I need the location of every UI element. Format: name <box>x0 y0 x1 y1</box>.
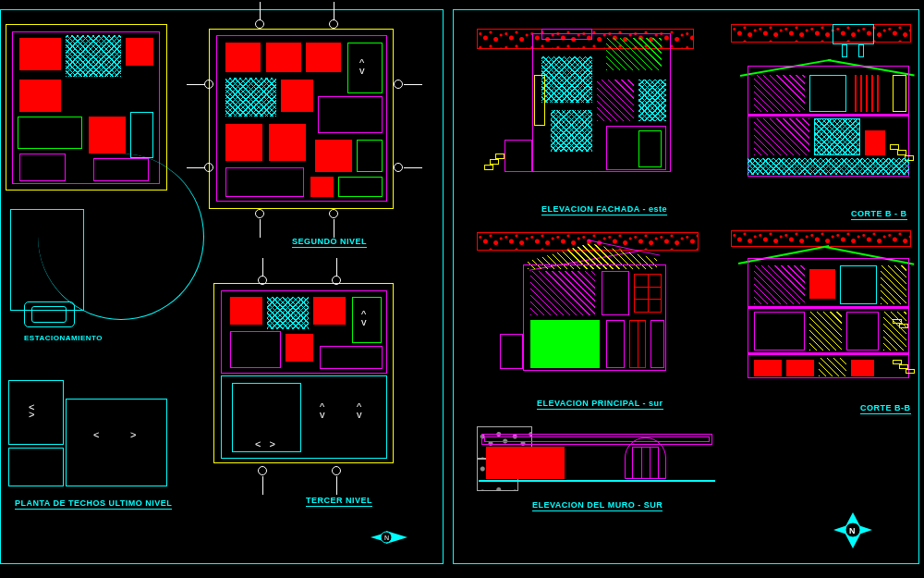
elevation-east <box>477 29 703 200</box>
floor-plan-second: ^v <box>209 24 412 228</box>
third-level-label: TERCER NIVEL <box>306 496 372 507</box>
elevation-south <box>477 232 708 394</box>
svg-text:N: N <box>384 535 389 541</box>
elevation-wall-label: ELEVACION DEL MURO - SUR <box>532 500 663 511</box>
section-b-lower <box>731 230 916 401</box>
section-b-upper-label: CORTE B - B <box>851 209 907 220</box>
left-drawing-sheet: ESTACIONAMIENTO <> < > PLANTA DE TECHOS … <box>0 9 444 564</box>
floor-plan-third: ^v ^v ^v < > <box>213 283 407 482</box>
svg-text:N: N <box>849 526 856 535</box>
roof-plan-label: PLANTA DE TECHOS ULTIMO NIVEL <box>15 498 172 510</box>
section-b-upper <box>731 24 916 204</box>
floor-plan-ground: ESTACIONAMIENTO <box>1 24 186 366</box>
elevation-wall <box>477 426 717 496</box>
elevation-south-label: ELEVACION PRINCIPAL - sur <box>537 399 663 410</box>
elevation-east-label: ELEVACION FACHADA - este <box>541 204 667 215</box>
second-level-label: SEGUNDO NIVEL <box>292 237 367 248</box>
section-b-lower-label: CORTE B-B <box>860 403 911 414</box>
north-arrow-icon: N <box>828 510 879 551</box>
north-arrow-icon: N <box>366 523 412 551</box>
right-drawing-sheet: ELEVACION FACHADA - este <box>453 9 919 564</box>
parking-label: ESTACIONAMIENTO <box>24 334 103 342</box>
